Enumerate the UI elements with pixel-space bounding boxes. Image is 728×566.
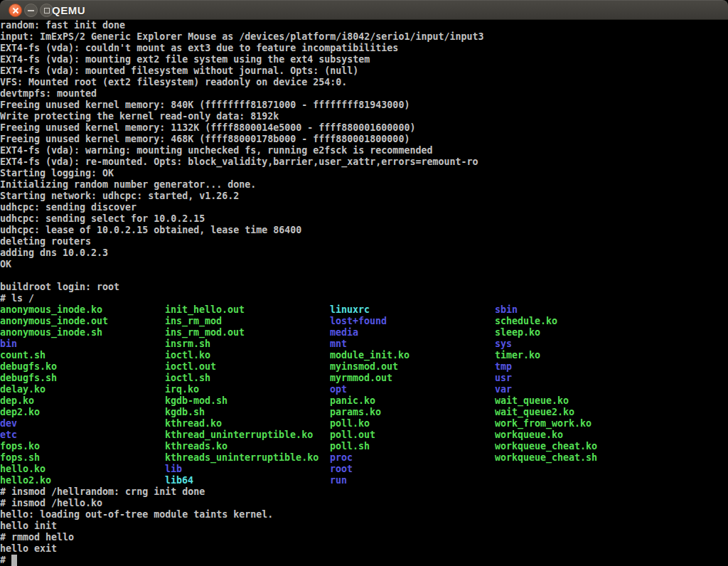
terminal-text: VFS: Mounted root (ext2 filesystem) read…	[0, 77, 347, 88]
terminal-line: # rmmod hello	[0, 532, 728, 543]
terminal-line: debugfs.shioctl.shmyrmmod.outusr	[0, 373, 728, 384]
terminal-line: etckthread_uninterruptible.kopoll.outwor…	[0, 429, 728, 441]
terminal-text: wait_queue.ko	[495, 395, 569, 407]
terminal-text: proc	[330, 452, 353, 464]
terminal-text: irq.ko	[165, 384, 199, 395]
terminal-text: poll.sh	[330, 441, 370, 452]
terminal-line: Write protecting the kernel read-only da…	[0, 111, 728, 122]
title-bar[interactable]: QEMU	[0, 0, 728, 20]
terminal-text: work_from_work.ko	[495, 418, 592, 429]
terminal-text: hello init	[0, 520, 57, 532]
terminal-text: dev	[0, 418, 17, 429]
terminal-text: dep2.ko	[0, 407, 40, 418]
terminal-line: debugfs.koioctl.outmyinsmod.outtmp	[0, 361, 728, 373]
terminal-text: panic.ko	[330, 395, 375, 407]
terminal-text: fops.ko	[0, 441, 40, 452]
terminal-text: myinsmod.out	[330, 361, 398, 373]
terminal-line: fops.shkthreads_uninterruptible.koprocwo…	[0, 452, 728, 464]
terminal-text: devtmpfs: mounted	[0, 88, 97, 100]
terminal-screen[interactable]: random: fast init doneinput: ImExPS/2 Ge…	[0, 20, 728, 566]
terminal-text: EXT4-fs (vda): re-mounted. Opts: block_v…	[0, 156, 478, 168]
close-icon	[12, 7, 19, 14]
terminal-text: delay.ko	[0, 384, 46, 395]
terminal-text: bin	[0, 338, 17, 350]
close-button[interactable]	[9, 4, 22, 17]
terminal-text: input: ImExPS/2 Generic Explorer Mouse a…	[0, 31, 483, 43]
terminal-text: deleting routers	[0, 236, 91, 247]
terminal-text: opt	[330, 384, 347, 395]
terminal-line: # insmod /hello.ko	[0, 498, 728, 509]
terminal-line: adding dns 10.0.2.3	[0, 247, 728, 259]
terminal-text: udhcpc: sending select for 10.0.2.15	[0, 213, 205, 225]
terminal-line: buildroot login: root	[0, 282, 728, 293]
terminal-line: anonymous_inode.shins_rm_mod.outmediasle…	[0, 327, 728, 338]
terminal-line: input: ImExPS/2 Generic Explorer Mouse a…	[0, 31, 728, 43]
terminal-text: ioctl.sh	[165, 373, 210, 384]
terminal-text: poll.out	[330, 429, 375, 441]
terminal-line: EXT4-fs (vda): mounting ext2 file system…	[0, 54, 728, 65]
terminal-text: EXT4-fs (vda): mounted filesystem withou…	[0, 65, 358, 77]
terminal-text: kgdb-mod.sh	[165, 395, 228, 407]
terminal-line: Starting network: udhcpc: started, v1.26…	[0, 191, 728, 202]
terminal-text: workqueue_cheat.sh	[495, 452, 597, 464]
minimize-button[interactable]	[24, 4, 38, 17]
terminal-text: wait_queue2.ko	[495, 407, 574, 418]
terminal-line: EXT4-fs (vda): warning: mounting uncheck…	[0, 145, 728, 156]
terminal-text: kthreads.ko	[165, 441, 228, 452]
terminal-text: workqueue.ko	[495, 429, 563, 441]
terminal-text: hello.ko	[0, 464, 46, 475]
terminal-line: Initializing random number generator... …	[0, 179, 728, 191]
terminal-text: anonymous_inode.out	[0, 316, 108, 327]
terminal-text: mnt	[330, 338, 347, 350]
terminal-line: EXT4-fs (vda): re-mounted. Opts: block_v…	[0, 156, 728, 168]
window-title: QEMU	[52, 0, 85, 21]
terminal-text: ioctl.out	[165, 361, 216, 373]
terminal-text: kthread.ko	[165, 418, 222, 429]
terminal-text: workqueue_cheat.ko	[495, 441, 597, 452]
terminal-text: init_hello.out	[165, 304, 245, 316]
terminal-text: EXT4-fs (vda): warning: mounting uncheck…	[0, 145, 432, 156]
terminal-text: run	[330, 475, 347, 486]
terminal-line: fops.kokthreads.kopoll.shworkqueue_cheat…	[0, 441, 728, 452]
terminal-text: Write protecting the kernel read-only da…	[0, 111, 279, 122]
terminal-text: kgdb.sh	[165, 407, 205, 418]
terminal-line: anonymous_inode.outins_rm_modlost+founds…	[0, 316, 728, 327]
terminal-text: debugfs.sh	[0, 373, 57, 384]
terminal-text: lost+found	[330, 316, 387, 327]
terminal-text: udhcpc: sending discover	[0, 202, 136, 213]
terminal-text: kthreads_uninterruptible.ko	[165, 452, 318, 464]
terminal-text: Initializing random number generator... …	[0, 179, 256, 191]
terminal-text: sbin	[495, 304, 518, 316]
terminal-text: buildroot login: root	[0, 282, 119, 293]
terminal-line: udhcpc: sending select for 10.0.2.15	[0, 213, 728, 225]
terminal-text: usr	[495, 373, 512, 384]
terminal-text: etc	[0, 429, 17, 441]
terminal-text: # rmmod hello	[0, 532, 74, 543]
terminal-text: hello: loading out-of-tree module taints…	[0, 509, 273, 520]
terminal-line: EXT4-fs (vda): mounted filesystem withou…	[0, 65, 728, 77]
terminal-line: # ls /	[0, 293, 728, 304]
terminal-text: EXT4-fs (vda): couldn't mount as ext3 du…	[0, 43, 398, 54]
terminal-line: hello2.kolib64run	[0, 475, 728, 486]
qemu-window: QEMU random: fast init doneinput: ImExPS…	[0, 0, 728, 566]
terminal-text: ins_rm_mod	[165, 316, 222, 327]
minimize-icon	[28, 10, 34, 11]
terminal-text: module_init.ko	[330, 350, 410, 361]
terminal-line: # insmod /hellrandom: crng init done	[0, 486, 728, 498]
terminal-text: udhcpc: lease of 10.0.2.15 obtained, lea…	[0, 225, 301, 236]
terminal-text: Freeing unused kernel memory: 1132K (fff…	[0, 122, 415, 134]
terminal-text: tmp	[495, 361, 512, 373]
terminal-line: hello init	[0, 520, 728, 532]
terminal-line: udhcpc: lease of 10.0.2.15 obtained, lea…	[0, 225, 728, 236]
terminal-line: OK	[0, 259, 728, 270]
terminal-text: adding dns 10.0.2.3	[0, 247, 108, 259]
terminal-text: EXT4-fs (vda): mounting ext2 file system…	[0, 54, 370, 65]
terminal-text: poll.ko	[330, 418, 370, 429]
terminal-text: sleep.ko	[495, 327, 540, 338]
terminal-line: hello.kolibroot	[0, 464, 728, 475]
terminal-text: root	[330, 464, 353, 475]
terminal-line: devkthread.kopoll.kowork_from_work.ko	[0, 418, 728, 429]
terminal-line: Freeing unused kernel memory: 840K (ffff…	[0, 100, 728, 111]
terminal-text: Freeing unused kernel memory: 840K (ffff…	[0, 100, 410, 111]
terminal-text: anonymous_inode.ko	[0, 304, 102, 316]
